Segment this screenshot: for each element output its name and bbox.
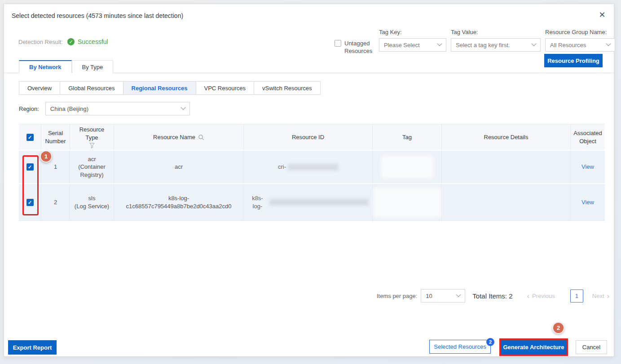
annotation-step-1: 1 (40, 150, 52, 162)
previous-label: Previous (532, 293, 555, 299)
dialog-title: Select detected resources (4573 minutes … (12, 12, 183, 19)
region-value: China (Beijing) (50, 105, 88, 112)
tag-value-label: Tag Value: (451, 29, 541, 35)
redacted-tag (374, 188, 441, 217)
resource-type-line2: (Log Service) (75, 202, 109, 211)
row-checkbox[interactable]: ✓ (26, 199, 34, 206)
page-number-button[interactable]: 1 (570, 289, 583, 303)
selected-resources-button[interactable]: Selected Resources (429, 340, 491, 354)
chevron-down-icon (456, 292, 461, 297)
view-link[interactable]: View (581, 198, 594, 206)
header-resource-name: Resource Name (114, 124, 243, 150)
subtab-vpc-resources[interactable]: VPC Resources (196, 81, 254, 95)
items-per-page-label: Items per page: (377, 293, 417, 299)
region-select[interactable]: China (Beijing) (45, 102, 190, 115)
header-resource-name-label: Resource Name (153, 133, 195, 141)
resource-details-cell (441, 184, 570, 220)
resource-id-cell: cri- (243, 151, 372, 183)
associated-object-cell: View (570, 151, 605, 183)
annotation-highlight-box-2: Generate Architecture (499, 338, 568, 356)
table-row: ✓ 2 sls (Log Service) k8s-log-c1c68557c7… (19, 183, 605, 221)
serial-cell: 2 (41, 184, 70, 220)
next-page-button[interactable]: Next › (592, 292, 609, 300)
select-resources-dialog: Select detected resources (4573 minutes … (4, 4, 614, 357)
close-icon[interactable]: ✕ (597, 9, 608, 20)
resource-id-cell: k8s-log- (243, 184, 372, 220)
resource-type-line2: (Container Registry) (74, 163, 110, 179)
chevron-down-icon (606, 41, 611, 46)
next-label: Next (592, 293, 604, 299)
detection-status: Successful (78, 38, 108, 45)
tag-value-value: Select a tag key first. (456, 42, 510, 48)
previous-page-button[interactable]: ‹ Previous (527, 292, 555, 300)
header-resource-id: Resource ID (243, 124, 372, 150)
resource-type-cell: sls (Log Service) (70, 184, 114, 220)
tag-value-select[interactable]: Select a tag key first. (451, 38, 541, 52)
header-resource-details: Resource Details (441, 124, 570, 150)
resource-name-cell: k8s-log-c1c68557c795449a8b7be2d0c43aa2cd… (114, 184, 243, 220)
header-associated-object: Associated Object (570, 124, 605, 150)
region-filter: Region: China (Beijing) (19, 102, 190, 115)
resource-details-cell (441, 151, 570, 183)
chevron-right-icon: › (607, 292, 610, 300)
resource-type-line1: acr (88, 155, 96, 163)
tag-cell (372, 184, 441, 220)
items-per-page-value: 10 (426, 293, 432, 299)
tab-bar: By Network By Type (4, 60, 615, 73)
tab-by-type[interactable]: By Type (72, 60, 114, 73)
annotation-step-2: 2 (552, 322, 564, 334)
chevron-down-icon (531, 41, 536, 46)
generate-architecture-button[interactable]: Generate Architecture (501, 340, 567, 355)
redacted-resource-id (269, 199, 369, 206)
resource-group-value: All Resources (550, 42, 586, 48)
view-link[interactable]: View (581, 163, 594, 171)
resource-type-cell: acr (Container Registry) (70, 151, 114, 183)
resources-table: ✓ Serial Number Resource Type Resource N… (19, 124, 605, 221)
tag-cell (372, 151, 441, 183)
cancel-button[interactable]: Cancel (576, 340, 607, 354)
select-all-checkbox[interactable]: ✓ (26, 134, 34, 141)
table-row: ✓ 1 acr (Container Registry) acr cri- Vi… (19, 151, 605, 183)
tab-by-network[interactable]: By Network (19, 60, 72, 73)
tag-key-label: Tag Key: (379, 29, 446, 35)
tag-value-filter: Tag Value: Select a tag key first. (451, 29, 541, 52)
search-icon[interactable] (198, 134, 204, 140)
filter-funnel-icon[interactable] (89, 143, 95, 149)
pagination: Items per page: 10 Total Items: 2 ‹ Prev… (377, 289, 609, 303)
chevron-down-icon (437, 41, 442, 46)
resource-name-cell: acr (114, 151, 243, 183)
header-resource-type: Resource Type (70, 124, 114, 150)
resource-group-label: Resource Group Name: (545, 29, 615, 35)
chevron-left-icon: ‹ (527, 292, 530, 300)
detection-result-label: Detection Result: (18, 39, 63, 45)
resource-type-line1: sls (88, 194, 96, 202)
tag-key-filter: Tag Key: Please Select (379, 29, 446, 52)
resource-id-prefix: k8s-log- (247, 194, 268, 210)
subtab-regional-resources[interactable]: Regional Resources (123, 81, 196, 95)
scope-tabs: Overview Global Resources Regional Resou… (19, 81, 321, 95)
resource-group-filter: Resource Group Name: All Resources (545, 29, 615, 52)
untagged-label: Untagged Resources (344, 39, 372, 55)
export-report-button[interactable]: Export Report (8, 340, 57, 355)
header-serial-number: Serial Number (41, 124, 70, 150)
redacted-resource-id (288, 164, 338, 171)
untagged-resources-filter[interactable]: Untagged Resources (335, 39, 370, 55)
subtab-vswitch-resources[interactable]: vSwitch Resources (254, 81, 321, 95)
detection-result: Detection Result: ✓ Successful (18, 38, 108, 45)
items-per-page-select[interactable]: 10 (421, 289, 465, 303)
table-header-row: ✓ Serial Number Resource Type Resource N… (19, 124, 605, 151)
row-checkbox[interactable]: ✓ (26, 163, 34, 171)
selected-count-badge: 2 (486, 338, 494, 346)
tag-key-value: Please Select (384, 42, 420, 48)
subtab-overview[interactable]: Overview (19, 81, 60, 95)
row-select-cell: ✓ (19, 151, 41, 183)
header-tag: Tag (372, 124, 441, 150)
total-items: Total Items: 2 (472, 292, 512, 300)
resource-group-select[interactable]: All Resources (545, 38, 615, 52)
subtab-global-resources[interactable]: Global Resources (60, 81, 123, 95)
region-label: Region: (19, 105, 39, 112)
tag-key-select[interactable]: Please Select (379, 38, 446, 52)
chevron-down-icon (181, 105, 185, 110)
redacted-tag (381, 156, 433, 178)
untagged-checkbox[interactable] (335, 40, 341, 47)
